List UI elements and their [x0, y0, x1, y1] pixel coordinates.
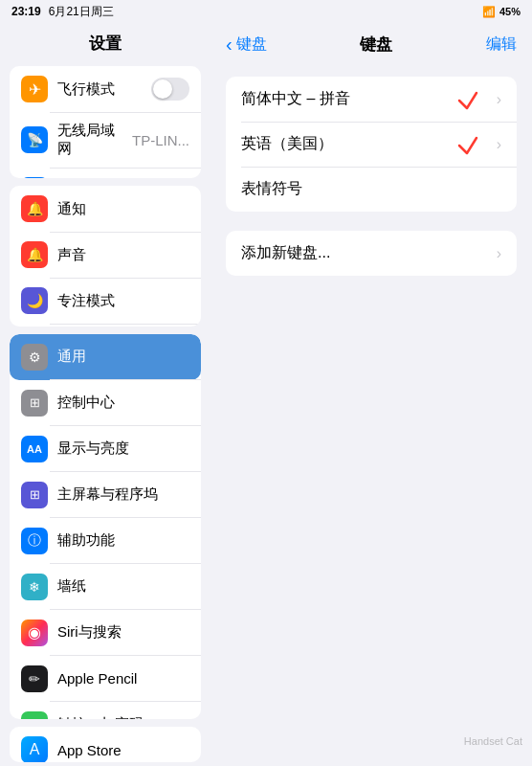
keyboard-simplified-chinese[interactable]: 简体中文 – 拼音 ›: [226, 77, 517, 122]
wallpaper-label: 墙纸: [57, 577, 189, 596]
touchid-icon: ⬡: [21, 711, 48, 720]
edit-button[interactable]: 编辑: [486, 34, 517, 55]
status-icons: 📶 45%: [482, 6, 521, 18]
add-keyboard-label: 添加新键盘...: [241, 243, 497, 263]
appstore-label: App Store: [57, 742, 189, 758]
sidebar-item-sounds[interactable]: 🔔 声音: [10, 232, 201, 278]
status-date: 6月21日周三: [49, 4, 114, 20]
sidebar-item-bluetooth[interactable]: 𝔹 蓝牙 打开: [10, 168, 201, 178]
sidebar-item-accessibility[interactable]: ⓘ 辅助功能: [10, 518, 201, 564]
general-icon: ⚙: [21, 344, 48, 371]
bluetooth-icon: 𝔹: [21, 177, 48, 178]
right-nav: ‹ 键盘 键盘 编辑: [211, 23, 532, 65]
sidebar-item-touchid[interactable]: ⬡ 触控ID与密码: [10, 702, 201, 720]
sidebar-item-notifications[interactable]: 🔔 通知: [10, 186, 201, 232]
general-label: 通用: [57, 348, 189, 366]
airplane-label: 飞行模式: [57, 80, 142, 99]
sidebar-group-general: ⚙ 通用 ⊞ 控制中心 AA 显示与亮度 ⊞ 主屏幕与程序坞 ⓘ 辅助功能 ❄ …: [10, 334, 201, 720]
keyboards-group: 简体中文 – 拼音 › 英语（美国） › 表情符号: [226, 77, 517, 212]
sidebar-item-wallpaper[interactable]: ❄ 墙纸: [10, 564, 201, 610]
airplane-toggle[interactable]: [151, 78, 189, 101]
notifications-label: 通知: [57, 200, 189, 218]
nav-title: 键盘: [360, 34, 392, 56]
sidebar-group-connectivity: ✈ 飞行模式 📡 无线局域网 TP-LIN... 𝔹 蓝牙 打开: [10, 66, 201, 178]
focus-icon: 🌙: [21, 287, 48, 314]
battery-label: 45%: [499, 6, 521, 17]
sidebar-item-siri[interactable]: ◉ Siri与搜索: [10, 610, 201, 656]
sidebar-title: 设置: [0, 23, 211, 62]
sidebar-item-airplane[interactable]: ✈ 飞行模式: [10, 66, 201, 112]
notifications-icon: 🔔: [21, 195, 48, 222]
status-time: 23:19: [11, 5, 41, 18]
back-button[interactable]: ‹ 键盘: [226, 34, 267, 56]
applepencil-icon: ✏: [21, 665, 48, 692]
keyboard-emoji[interactable]: 表情符号: [226, 167, 517, 212]
accessibility-icon: ⓘ: [21, 528, 48, 554]
accessibility-label: 辅助功能: [57, 531, 189, 550]
watermark: Handset Cat: [464, 735, 522, 747]
display-label: 显示与亮度: [57, 439, 189, 458]
sidebar-item-general[interactable]: ⚙ 通用: [10, 334, 201, 380]
sidebar: 设置 ✈ 飞行模式 📡 无线局域网 TP-LIN... 𝔹 蓝牙 打开 🔔: [0, 23, 211, 766]
wifi-icon: 📡: [21, 126, 48, 153]
main-area: 设置 ✈ 飞行模式 📡 无线局域网 TP-LIN... 𝔹 蓝牙 打开 🔔: [0, 23, 532, 766]
homescreen-label: 主屏幕与程序坞: [57, 485, 189, 504]
status-bar: 23:19 6月21日周三 📶 45%: [0, 0, 532, 23]
siri-icon: ◉: [21, 620, 48, 646]
add-keyboard-chevron: ›: [497, 245, 501, 262]
chevron-icon-2: ›: [497, 136, 501, 153]
touchid-label: 触控ID与密码: [57, 715, 189, 719]
appstore-icon: A: [21, 736, 48, 762]
keyboard-english-us[interactable]: 英语（美国） ›: [226, 122, 517, 167]
homescreen-icon: ⊞: [21, 482, 48, 508]
siri-label: Siri与搜索: [57, 623, 189, 642]
sidebar-item-screentime[interactable]: ⏱ 屏幕使用时间: [10, 324, 201, 326]
controlcenter-label: 控制中心: [57, 394, 189, 412]
sidebar-item-display[interactable]: AA 显示与亮度: [10, 426, 201, 472]
checkmark-svg-2: [457, 134, 488, 155]
sidebar-group-notifications: 🔔 通知 🔔 声音 🌙 专注模式 ⏱ 屏幕使用时间: [10, 186, 201, 326]
back-label: 键盘: [236, 34, 267, 55]
wifi-value: TP-LIN...: [132, 132, 189, 148]
right-panel: ‹ 键盘 键盘 编辑 简体中文 – 拼音 › 英语（美国）: [211, 23, 532, 766]
keyboard-emoji-label: 表情符号: [241, 179, 501, 199]
add-keyboard-group: 添加新键盘... ›: [226, 231, 517, 276]
chevron-icon-1: ›: [497, 91, 501, 108]
sidebar-item-focus[interactable]: 🌙 专注模式: [10, 278, 201, 324]
focus-label: 专注模式: [57, 292, 189, 310]
sidebar-item-wifi[interactable]: 📡 无线局域网 TP-LIN...: [10, 112, 201, 168]
checkmark-svg-1: [457, 89, 488, 110]
display-icon: AA: [21, 436, 48, 462]
sidebar-item-applepencil[interactable]: ✏ Apple Pencil: [10, 656, 201, 702]
sidebar-group-appstore: A App Store: [10, 727, 201, 762]
controlcenter-icon: ⊞: [21, 390, 48, 417]
add-keyboard-item[interactable]: 添加新键盘... ›: [226, 231, 517, 276]
right-content: 简体中文 – 拼音 › 英语（美国） › 表情符号: [211, 65, 532, 766]
sidebar-item-appstore[interactable]: A App Store: [10, 727, 201, 762]
sounds-label: 声音: [57, 246, 189, 264]
wifi-icon: 📶: [482, 6, 496, 18]
back-arrow-icon: ‹: [226, 34, 233, 56]
sounds-icon: 🔔: [21, 241, 48, 268]
wifi-label: 无线局域网: [57, 122, 122, 158]
sidebar-item-homescreen[interactable]: ⊞ 主屏幕与程序坞: [10, 472, 201, 518]
airplane-icon: ✈: [21, 76, 48, 102]
applepencil-label: Apple Pencil: [57, 670, 189, 687]
wallpaper-icon: ❄: [21, 574, 48, 600]
sidebar-item-controlcenter[interactable]: ⊞ 控制中心: [10, 380, 201, 426]
